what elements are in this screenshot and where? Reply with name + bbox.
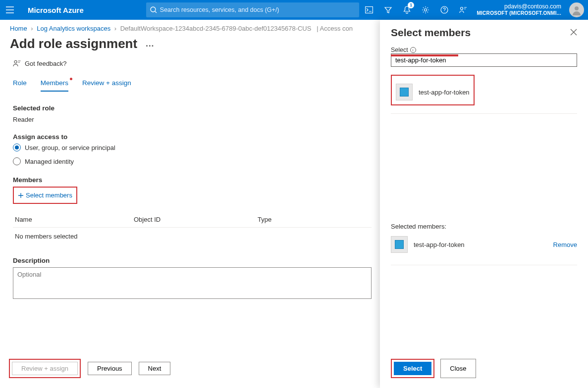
close-button[interactable]: Close — [440, 359, 476, 378]
radio-icon — [13, 144, 21, 151]
notification-badge: 1 — [408, 2, 414, 8]
feedback-label: Got feedback? — [25, 60, 67, 67]
search-icon — [150, 6, 157, 13]
table-header: Name Object ID Type — [13, 212, 372, 228]
search-box[interactable] — [146, 2, 359, 17]
select-members-panel: Select members Select i test-app-for-tok… — [380, 20, 588, 388]
crumb-workspace-name: DefaultWorkspace-1234abcd-2345-6789-0abc… — [120, 25, 312, 32]
divider — [391, 113, 577, 114]
tab-members[interactable]: Members — [41, 79, 68, 92]
user-org: MICROSOFT (MICROSOFT.ONMI... — [477, 10, 561, 16]
person-icon — [571, 4, 582, 15]
close-icon[interactable] — [570, 29, 577, 37]
remove-link[interactable]: Remove — [553, 241, 577, 248]
result-name: test-app-for-token — [419, 89, 470, 96]
previous-button[interactable]: Previous — [88, 362, 132, 375]
chevron-right-icon: › — [29, 25, 35, 32]
svg-rect-1 — [366, 7, 373, 13]
selected-members-label: Selected members: — [391, 223, 577, 232]
crumb-home[interactable]: Home — [10, 25, 27, 32]
table-empty: No members selected — [13, 228, 372, 245]
user-email: pdavis@contoso.com — [477, 3, 561, 10]
settings-icon[interactable] — [416, 0, 435, 20]
account-block[interactable]: pdavis@contoso.com MICROSOFT (MICROSOFT.… — [473, 3, 565, 16]
select-members-highlight: Select members — [13, 187, 77, 204]
radio-user-label: User, group, or service principal — [25, 144, 115, 151]
select-input-highlight — [391, 54, 458, 56]
tab-review[interactable]: Review + assign — [82, 79, 131, 92]
crumb-access: | Access con — [313, 25, 353, 32]
svg-point-0 — [151, 7, 156, 12]
svg-point-6 — [14, 60, 17, 63]
brand-title[interactable]: Microsoft Azure — [20, 6, 92, 14]
selected-member-name: test-app-for-token — [414, 241, 547, 248]
feedback-top-icon[interactable] — [454, 0, 473, 20]
panel-body: Select i test-app-for-token Selected mem… — [380, 42, 588, 352]
members-table: Name Object ID Type No members selected — [13, 212, 372, 245]
plus-icon — [18, 193, 24, 198]
svg-point-2 — [425, 9, 427, 11]
cloud-shell-icon[interactable] — [360, 0, 378, 20]
select-field-label: Select i — [391, 47, 577, 53]
app-icon — [391, 236, 408, 253]
top-icons: 1 pdavis@contoso.com MICROSOFT (MICROSOF… — [360, 0, 588, 20]
panel-header: Select members — [380, 20, 588, 42]
help-icon[interactable] — [435, 0, 454, 20]
notifications-icon[interactable]: 1 — [397, 0, 416, 20]
search-input[interactable] — [157, 6, 355, 13]
crumb-workspaces[interactable]: Log Analytics workspaces — [37, 25, 110, 32]
radio-icon — [13, 157, 21, 165]
svg-point-4 — [461, 7, 463, 10]
chevron-right-icon: › — [112, 25, 118, 32]
radio-mi-label: Managed identity — [25, 158, 74, 165]
col-name: Name — [15, 216, 134, 223]
page-title: Add role assignment — [10, 36, 137, 51]
svg-point-5 — [575, 6, 579, 10]
select-members-link[interactable]: Select members — [16, 189, 74, 202]
footer: Review + assign Previous Next — [0, 351, 376, 388]
col-type: Type — [258, 216, 370, 223]
panel-title: Select members — [391, 27, 471, 39]
review-assign-highlight: Review + assign — [9, 359, 81, 378]
more-icon[interactable]: … — [145, 39, 155, 49]
app-icon — [396, 84, 413, 100]
select-members-label: Select members — [26, 192, 72, 199]
top-bar: Microsoft Azure 1 pdavis@contoso.com MIC… — [0, 0, 588, 20]
select-button[interactable]: Select — [394, 362, 431, 375]
review-assign-button[interactable]: Review + assign — [12, 362, 78, 375]
info-icon[interactable]: i — [410, 47, 416, 53]
select-button-highlight: Select — [391, 359, 434, 378]
selected-member-row: test-app-for-token Remove — [391, 232, 577, 257]
description-input[interactable] — [13, 267, 372, 299]
search-wrap — [146, 2, 359, 17]
avatar[interactable] — [569, 2, 584, 17]
filter-icon[interactable] — [378, 0, 397, 20]
tab-role[interactable]: Role — [13, 79, 27, 92]
tab-members-dot-icon — [70, 78, 72, 80]
next-button[interactable]: Next — [139, 362, 171, 375]
hamburger-icon[interactable] — [0, 0, 20, 20]
result-item[interactable]: test-app-for-token — [393, 81, 473, 103]
col-object-id: Object ID — [134, 216, 258, 223]
panel-footer: Select Close — [380, 352, 588, 388]
feedback-icon — [13, 59, 21, 67]
result-highlight: test-app-for-token — [391, 75, 475, 105]
